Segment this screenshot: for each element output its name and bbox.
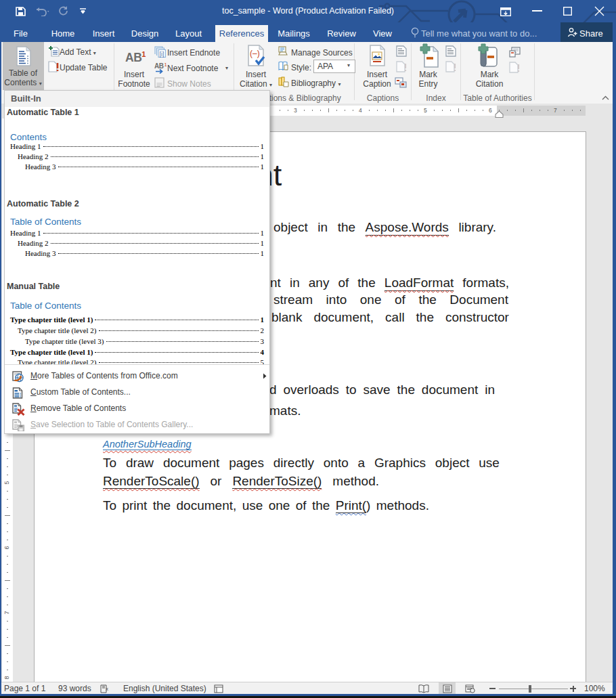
svg-text:[i]: [i] [160,51,164,58]
svg-text:AB: AB [154,62,164,70]
svg-text:(–): (–) [250,49,260,58]
svg-text:x: x [106,686,108,692]
